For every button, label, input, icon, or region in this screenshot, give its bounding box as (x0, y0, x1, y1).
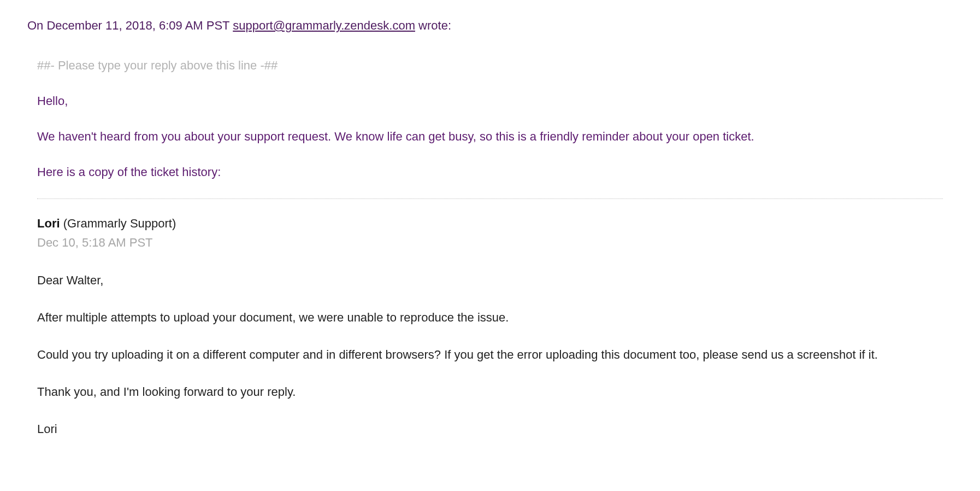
intro-block: Hello, We haven't heard from you about y… (37, 92, 953, 181)
intro-history-line: Here is a copy of the ticket history: (37, 163, 953, 181)
ticket-body: Dear Walter, After multiple attempts to … (37, 271, 953, 439)
intro-reminder: We haven't heard from you about your sup… (37, 127, 953, 145)
header-suffix: wrote: (415, 19, 451, 32)
ticket-paragraph-1: After multiple attempts to upload your d… (37, 308, 953, 327)
header-email-link[interactable]: support@grammarly.zendesk.com (233, 19, 415, 32)
ticket-author-line: Lori (Grammarly Support) (37, 214, 953, 232)
quoted-header: On December 11, 2018, 6:09 AM PST suppor… (27, 16, 953, 34)
ticket-paragraph-2: Could you try uploading it on a differen… (37, 346, 953, 364)
ticket-signoff: Lori (37, 420, 953, 439)
ticket-author-time: Dec 10, 5:18 AM PST (37, 233, 953, 252)
divider (37, 198, 943, 199)
header-prefix: On December 11, 2018, 6:09 AM PST (27, 19, 233, 32)
reply-above-line-marker: ##- Please type your reply above this li… (37, 56, 953, 74)
ticket-greeting: Dear Walter, (37, 271, 953, 290)
ticket-author-org: (Grammarly Support) (60, 217, 176, 230)
intro-greeting: Hello, (37, 92, 953, 110)
ticket-author-name: Lori (37, 217, 60, 230)
ticket-history-block: Lori (Grammarly Support) Dec 10, 5:18 AM… (37, 214, 953, 439)
ticket-paragraph-3: Thank you, and I'm looking forward to yo… (37, 383, 953, 401)
